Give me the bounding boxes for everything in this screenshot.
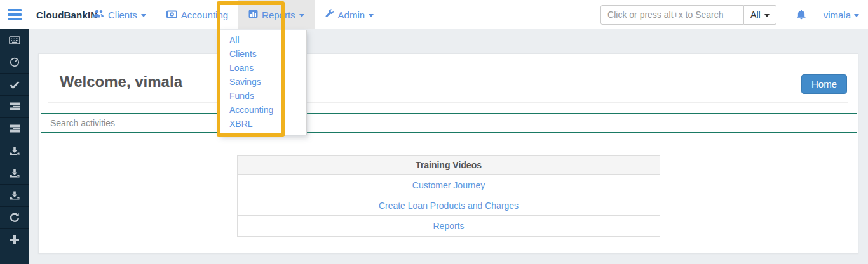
table-row[interactable]: Reports — [238, 216, 660, 236]
users-icon — [93, 10, 104, 20]
reports-dropdown-menu: All Clients Loans Savings Funds Accounti… — [219, 30, 307, 135]
chevron-down-icon — [299, 14, 304, 17]
nav-item-reports[interactable]: Reports — [238, 0, 315, 29]
video-link[interactable]: Reports — [433, 221, 464, 231]
video-link[interactable]: Customer Journey — [412, 180, 485, 190]
wrench-icon — [325, 9, 334, 20]
dropdown-item-all[interactable]: All — [220, 33, 306, 47]
nav-label: Reports — [262, 10, 295, 20]
user-menu[interactable]: vimala — [824, 10, 859, 20]
dropdown-item-loans[interactable]: Loans — [220, 61, 306, 75]
download-icon[interactable] — [0, 140, 29, 162]
page-title: Welcome, vimala — [60, 73, 182, 91]
main-menu: Clients Accounting Reports Admin — [83, 0, 384, 29]
table-row[interactable]: Customer Journey — [238, 175, 660, 195]
chevron-down-icon — [854, 14, 859, 17]
dropdown-item-clients[interactable]: Clients — [220, 47, 306, 61]
username: vimala — [824, 10, 851, 20]
nav-item-admin[interactable]: Admin — [315, 0, 384, 29]
money-bill-icon — [166, 10, 177, 20]
search-activities-input[interactable] — [41, 113, 857, 133]
nav-item-accounting[interactable]: Accounting — [156, 0, 238, 29]
dropdown-item-savings[interactable]: Savings — [220, 75, 306, 89]
bar-chart-icon — [248, 10, 258, 20]
nav-item-clients[interactable]: Clients — [83, 0, 156, 29]
hamburger-icon — [8, 7, 22, 23]
home-button[interactable]: Home — [801, 74, 847, 94]
global-search: All — [600, 5, 776, 25]
dropdown-item-funds[interactable]: Funds — [220, 89, 306, 103]
top-navbar: CloudBankIN Clients Accounting Reports — [0, 0, 868, 29]
table-row[interactable]: Create Loan Products and Charges — [238, 195, 660, 216]
search-scope-dropdown[interactable]: All — [744, 5, 776, 25]
nav-label: Clients — [108, 10, 137, 20]
chevron-down-icon — [764, 14, 770, 17]
training-videos-table: Training Videos Customer Journey Create … — [237, 155, 660, 237]
video-link[interactable]: Create Loan Products and Charges — [379, 201, 519, 211]
navbar-right-cluster: All vimala — [600, 0, 859, 29]
nav-label: Accounting — [181, 10, 228, 20]
divider — [48, 102, 848, 103]
download-icon[interactable] — [0, 162, 29, 185]
refresh-icon[interactable] — [0, 207, 29, 229]
tasks-icon[interactable] — [0, 96, 29, 118]
search-scope-value: All — [750, 10, 761, 20]
download-icon[interactable] — [0, 185, 29, 207]
sidebar-toggle-button[interactable] — [0, 0, 29, 29]
keyboard-icon[interactable] — [0, 29, 29, 51]
content-card: Welcome, vimala Home Training Videos Cus… — [38, 53, 858, 254]
dashboard-icon[interactable] — [0, 51, 29, 74]
chevron-down-icon — [141, 14, 146, 17]
tasks-icon[interactable] — [0, 118, 29, 140]
notifications-bell-icon[interactable] — [796, 9, 807, 21]
dropdown-item-accounting[interactable]: Accounting — [220, 103, 306, 117]
chevron-down-icon — [369, 14, 374, 17]
global-search-input[interactable] — [600, 5, 744, 25]
plus-icon[interactable] — [0, 229, 29, 251]
nav-label: Admin — [338, 10, 365, 20]
dropdown-item-xbrl[interactable]: XBRL — [220, 117, 306, 131]
table-header: Training Videos — [238, 156, 660, 175]
check-icon[interactable] — [0, 74, 29, 96]
left-icon-sidebar — [0, 29, 29, 264]
